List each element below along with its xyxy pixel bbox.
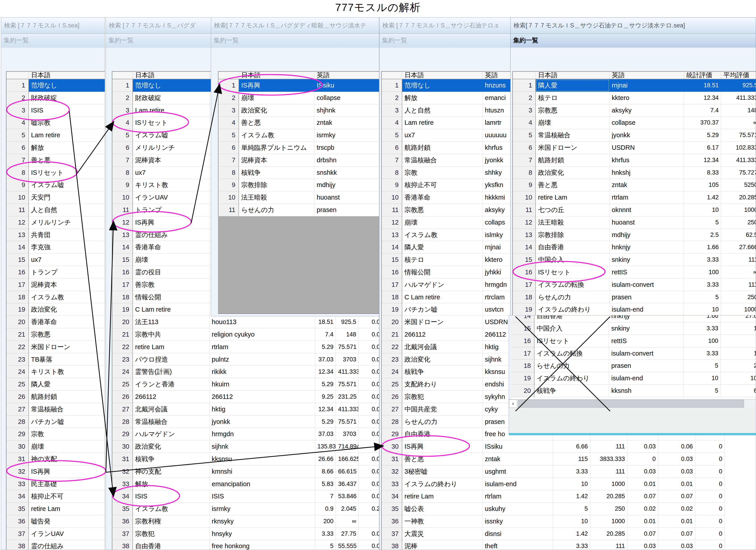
- table-row[interactable]: 26航路封鎖: [6, 391, 105, 403]
- table-row[interactable]: 34核抑止不可: [6, 490, 105, 503]
- table-row[interactable]: 36嘘告発: [6, 515, 105, 528]
- table-row[interactable]: 17泥棒資本: [6, 278, 105, 291]
- column-header[interactable]: 日本語: [536, 72, 609, 79]
- table-row[interactable]: 18らせんの力prasen5250: [513, 291, 756, 303]
- table-row[interactable]: 8ISリセット: [6, 167, 105, 179]
- w5-titlebar[interactable]: 検索[７７７モスルＩS＿サウジ石油テロ＿サウジ淡水テロ.sea]: [511, 18, 756, 34]
- table-row[interactable]: 32IS再興: [6, 465, 105, 478]
- table-row[interactable]: 28常温核融合jyonkk5.2975.5710.0: [112, 416, 379, 428]
- table-row[interactable]: 37イランUAV: [6, 528, 105, 540]
- column-header[interactable]: 日本語: [29, 72, 105, 79]
- table-row[interactable]: 36一神教issnky1010000.010.010: [382, 515, 725, 528]
- table-row[interactable]: 6解放: [6, 142, 105, 154]
- table-row[interactable]: 31核戦争kksnsu26.66166.6250.0: [112, 453, 379, 465]
- column-header[interactable]: 日本語: [402, 72, 483, 79]
- table-row[interactable]: 9イスラム嘘: [6, 179, 105, 191]
- table-row[interactable]: 21宗教悪: [6, 328, 105, 341]
- table-row[interactable]: 323秘密嘘usghmt3.331110.030.030: [382, 465, 725, 478]
- table-row[interactable]: 5Lam retire: [6, 129, 105, 142]
- table-row[interactable]: 33解放emancipation5.8336.4370.0: [112, 478, 379, 490]
- table-row[interactable]: 1IS再興ISsiku: [218, 79, 379, 92]
- table-row[interactable]: 38自由香港free honkong555.5550.0: [112, 540, 379, 550]
- column-header[interactable]: 平均評価: [721, 72, 756, 79]
- table-row[interactable]: 4嘘宗教: [6, 117, 105, 129]
- scroll-thumb[interactable]: [518, 400, 744, 408]
- table-row[interactable]: 36宗教利権rknsyky200∞: [112, 515, 379, 528]
- table-row[interactable]: 7航路封鎖khrfus12.34411.333: [513, 154, 756, 167]
- table-row[interactable]: 37宗教犯hnsyky3.3327.750.0: [112, 528, 379, 540]
- scroll-left-button[interactable]: ‹: [509, 399, 517, 408]
- table-row[interactable]: 12法王暗殺huoanst5250: [513, 216, 756, 229]
- table-row[interactable]: 30崩壊: [6, 440, 105, 453]
- table-row[interactable]: 11人と自然: [6, 204, 105, 216]
- table-row[interactable]: 24キリスト教: [6, 366, 105, 378]
- table-row[interactable]: 2核テロkktero12.34411.333: [513, 92, 756, 104]
- table-row[interactable]: 5イスラム教isrmky: [218, 129, 379, 142]
- table-row[interactable]: 15中国介入snkiny3.33111: [513, 254, 756, 266]
- table-row[interactable]: 24霊警告(計画)rikikk12.34411.3330.0: [112, 366, 379, 378]
- table-row[interactable]: 31善と悪zntak1153833.33300.030: [382, 453, 725, 465]
- table-row[interactable]: 2崩壊collapse: [218, 92, 379, 104]
- table-row[interactable]: 12メリルリンチ: [6, 216, 105, 229]
- table-row[interactable]: 29ハルマゲドンhrmgdn37.0337030.0: [112, 428, 379, 440]
- table-row[interactable]: 9宗教排除mdhijy: [218, 179, 379, 191]
- table-row[interactable]: 19政治変化: [6, 303, 105, 316]
- table-row[interactable]: 3宗教悪aksyky7.4148: [513, 104, 756, 117]
- table-row[interactable]: 32神の支配kmnshi8.6666.6150.0: [112, 465, 379, 478]
- table-row[interactable]: 15中国介入snkiny3.331: [511, 322, 756, 335]
- table-row[interactable]: 19イスラムの終わりisulam-end1010: [511, 372, 756, 384]
- table-row[interactable]: 31神の支配: [6, 453, 105, 465]
- table-row[interactable]: 11らせんの力prasen: [218, 204, 379, 216]
- table-row[interactable]: 20法王113houo11318.51925.50.0: [112, 316, 379, 328]
- table-row[interactable]: 35嘘公表uskuhy52500.020.020: [382, 503, 725, 515]
- table-row[interactable]: 5常温核融合jyonkk5.2975.571: [513, 129, 756, 142]
- table-row[interactable]: 27常温核融合: [6, 403, 105, 416]
- column-header[interactable]: 英語: [314, 72, 379, 79]
- table-row[interactable]: 2財政破綻: [6, 92, 105, 104]
- column-header[interactable]: 日本語: [239, 72, 314, 79]
- table-row[interactable]: 34ISISISIS753.8460.0: [112, 490, 379, 503]
- table-row[interactable]: 22米国ドローン: [6, 341, 105, 353]
- table-row[interactable]: 16ISリセットrettIS100: [511, 335, 756, 347]
- table-row[interactable]: 10天安門: [6, 191, 105, 204]
- column-header[interactable]: [513, 72, 536, 79]
- table-row[interactable]: 33民主基礎: [6, 478, 105, 490]
- column-header[interactable]: [6, 72, 29, 79]
- table-row[interactable]: 20核戦争kksnsh56: [511, 384, 756, 397]
- table-row[interactable]: 1隣人愛rnjnai18.51925.5: [513, 79, 756, 92]
- table-row[interactable]: 1范増なし: [6, 79, 105, 92]
- table-row[interactable]: 30IS再興ISsiku6.661110.030.060: [382, 440, 725, 453]
- table-row[interactable]: 6単純臨界プルトニウムtrscpb: [218, 142, 379, 154]
- table-row[interactable]: 14自由香港hnknjy1.6627.666: [513, 241, 756, 254]
- table-row[interactable]: 30政治変化sijhnk135.83714.894: [112, 440, 379, 453]
- table-row[interactable]: 23TB暴落: [6, 353, 105, 366]
- table-row[interactable]: 27北戴河会議hktig12.34411.3330.0: [112, 403, 379, 416]
- table-row[interactable]: 35retire Lam: [6, 503, 105, 515]
- column-header[interactable]: 統計評価: [684, 72, 721, 79]
- column-header[interactable]: 日本語: [133, 72, 209, 79]
- table-row[interactable]: 14李克強: [6, 241, 105, 254]
- table-row[interactable]: 8政治変化hnkshj8.3375.727: [513, 167, 756, 179]
- table-row[interactable]: 17イスラムの転換isulam-convert3.331: [511, 347, 756, 360]
- table-row[interactable]: 29宗教: [6, 428, 105, 440]
- table-row[interactable]: 20香港革命: [6, 316, 105, 328]
- table-row[interactable]: 18らせんの力prasen52: [511, 359, 756, 372]
- table-row[interactable]: 17イスラムの転換isulam-convert3.33111: [513, 278, 756, 291]
- w3-titlebar[interactable]: 検索[７７７モスルＩS＿バグダディ暗殺＿サウジ淡水テ: [211, 18, 379, 34]
- table-row[interactable]: 3ISIS: [6, 104, 105, 117]
- table-row[interactable]: 16ISリセットrettIS100∞: [513, 266, 756, 278]
- w1-titlebar[interactable]: 検索 [７７７モスルＩS.sea]: [1, 18, 105, 34]
- table-row[interactable]: 18イスラム教: [6, 291, 105, 303]
- table-row[interactable]: 10retire Lamrtrlam1.4220.285: [513, 191, 756, 204]
- table-row[interactable]: 37大震災disnsi1.4220.2850.070.070: [382, 528, 725, 540]
- table-row[interactable]: 13共青団: [6, 229, 105, 241]
- table-row[interactable]: 22retire Lamrtrlam5.2975.5710.0: [112, 341, 379, 353]
- table-row[interactable]: 33イスラムの終わりisulam-end1010000.010.010: [382, 478, 725, 490]
- h-scrollbar[interactable]: ‹: [509, 399, 756, 408]
- table-row[interactable]: 7泥棒資本drbshn: [218, 154, 379, 167]
- table-row[interactable]: 10法王暗殺huoanst: [218, 191, 379, 204]
- table-row[interactable]: 6米国ドローンUSDRN6.17102.833: [513, 142, 756, 154]
- table-row[interactable]: 15ux7: [6, 254, 105, 266]
- column-header[interactable]: [112, 72, 133, 79]
- table-row[interactable]: 9善と悪zntak1055250: [513, 179, 756, 191]
